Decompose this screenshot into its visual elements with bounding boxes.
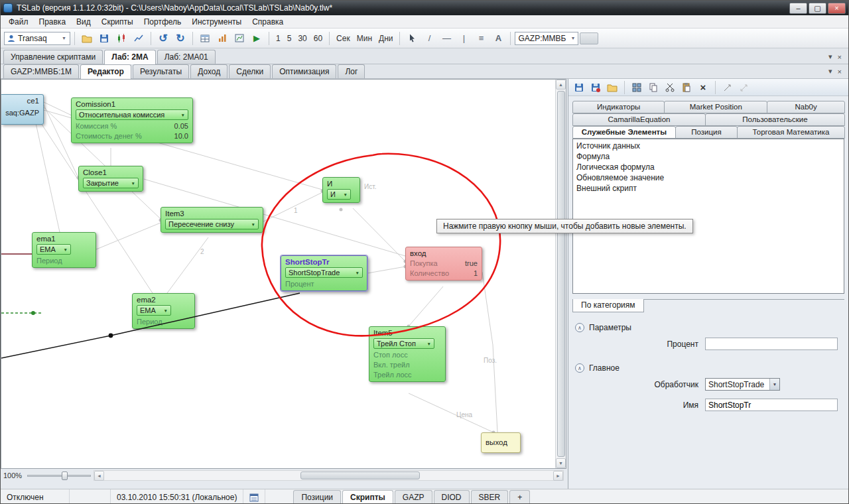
timeframe-60-button[interactable]: 60 xyxy=(311,34,325,43)
node-shortstoptr[interactable]: ShortStopTr ShortStopTrade ▼ Процент xyxy=(281,255,367,291)
list-item[interactable]: Формула xyxy=(574,151,842,162)
chevron-down-icon[interactable]: ▾ xyxy=(828,52,832,61)
list-item[interactable]: Обновляемое значение xyxy=(574,172,842,183)
status-tab-positions[interactable]: Позиции xyxy=(293,490,341,504)
status-tab-diod[interactable]: DIOD xyxy=(434,490,470,504)
status-tab-scripts[interactable]: Скрипты xyxy=(342,490,393,504)
tile-windows-button[interactable] xyxy=(629,80,644,95)
histogram-button[interactable] xyxy=(214,31,230,46)
unlink-tool-button[interactable] xyxy=(737,80,751,95)
unit-min-button[interactable]: Мин xyxy=(354,34,375,43)
menu-portfolio[interactable]: Портфель xyxy=(139,16,187,28)
close-button[interactable]: × xyxy=(828,3,846,14)
node-ema1[interactable]: ema1 EMA ▼ Период xyxy=(32,232,96,268)
unit-day-button[interactable]: Дни xyxy=(376,34,395,43)
timeframe-5-button[interactable]: 5 xyxy=(285,34,294,43)
handler-dropdown[interactable]: Пересечение снизу ▼ xyxy=(165,219,259,229)
list-item[interactable]: Внешний скрипт xyxy=(574,183,842,194)
handler-combo[interactable]: ShortStopTrade ▼ xyxy=(705,378,780,391)
tab-editor[interactable]: Редактор xyxy=(80,64,131,79)
hscroll-thumb[interactable] xyxy=(300,472,420,479)
tab-data-source[interactable]: GAZP:ММВБ:1М xyxy=(3,64,79,78)
handler-dropdown[interactable]: EMA ▼ xyxy=(36,244,71,255)
tab-nab0y[interactable]: Nab0y xyxy=(767,101,845,113)
menu-help[interactable]: Справка xyxy=(247,16,289,28)
undo-button[interactable]: ↺ xyxy=(155,31,171,46)
open-button[interactable] xyxy=(605,80,620,95)
vline-tool-button[interactable]: | xyxy=(456,31,472,46)
handler-dropdown[interactable]: И ▼ xyxy=(327,189,351,200)
handler-dropdown[interactable]: Трейл Стоп ▼ xyxy=(373,338,434,349)
list-item[interactable]: Логическая формула xyxy=(574,162,842,172)
node-exit[interactable]: выход xyxy=(481,432,521,453)
save-as-button[interactable] xyxy=(588,80,603,95)
zoom-slider-thumb[interactable] xyxy=(62,472,68,480)
menu-scripts[interactable]: Скрипты xyxy=(96,16,139,28)
open-script-button[interactable] xyxy=(79,31,95,46)
timeframe-30-button[interactable]: 30 xyxy=(295,34,309,43)
cut-button[interactable] xyxy=(663,80,677,95)
handler-dropdown[interactable]: EMA ▼ xyxy=(137,305,171,316)
tab-by-category[interactable]: По категориям xyxy=(572,299,644,312)
status-tab-sber[interactable]: SBER xyxy=(471,490,509,504)
collapse-icon[interactable]: ∧ xyxy=(575,323,584,332)
handler-dropdown[interactable]: ShortStopTrade ▼ xyxy=(285,267,363,278)
text-tool-button[interactable]: A xyxy=(490,31,506,46)
tab-market-position[interactable]: Market Position xyxy=(664,101,767,113)
instrument-combo[interactable]: GAZP:ММВБ ▼ xyxy=(515,32,578,45)
scroll-left-icon[interactable]: ◄ xyxy=(94,471,104,481)
script-canvas[interactable]: Ист. Поз. Цена 1 2 ce1 saq:GAZP Comissio… xyxy=(1,79,566,469)
tab-income[interactable]: Доход xyxy=(190,64,228,78)
node-close1[interactable]: Close1 Закрытие ▼ xyxy=(78,166,143,192)
vertical-scrollbar[interactable]: ▲ ▼ xyxy=(555,80,566,468)
node-item3[interactable]: Item3 Пересечение снизу ▼ xyxy=(161,207,263,233)
tab-lab-2ma[interactable]: Лаб: 2МА xyxy=(104,50,155,64)
tab-indicators[interactable]: Индикаторы xyxy=(572,101,665,113)
minimize-button[interactable]: – xyxy=(789,3,807,14)
calendar-icon[interactable] xyxy=(249,493,259,502)
blank-button[interactable] xyxy=(580,32,598,44)
tab-service-elements[interactable]: Служебные Элементы xyxy=(572,126,676,139)
node-ema2[interactable]: ema2 EMA ▼ Период xyxy=(132,293,195,329)
pointer-tool-button[interactable] xyxy=(404,31,420,46)
menu-file[interactable]: Файл xyxy=(3,16,34,28)
trendline-tool-button[interactable]: / xyxy=(421,31,437,46)
tab-log[interactable]: Лог xyxy=(338,64,365,78)
chart-window-button[interactable] xyxy=(231,31,247,46)
menu-view[interactable]: Вид xyxy=(71,16,96,28)
candle-chart-button[interactable] xyxy=(113,31,129,46)
chevron-down-icon[interactable]: ▾ xyxy=(828,67,832,76)
scroll-up-icon[interactable]: ▲ xyxy=(556,80,566,90)
handler-dropdown[interactable]: Закрытие ▼ xyxy=(83,178,139,188)
tab-position[interactable]: Позиция xyxy=(675,126,738,139)
save-button[interactable] xyxy=(572,80,586,95)
run-script-button[interactable]: ▶ xyxy=(249,31,265,46)
link-tool-button[interactable] xyxy=(720,80,735,95)
report-table-button[interactable] xyxy=(197,31,213,46)
delete-button[interactable]: × xyxy=(696,80,710,95)
paste-button[interactable] xyxy=(679,80,694,95)
menu-tools[interactable]: Инструменты xyxy=(186,16,247,28)
close-icon[interactable]: × xyxy=(838,68,842,76)
close-icon[interactable]: × xyxy=(838,53,842,61)
tab-trades[interactable]: Сделки xyxy=(229,64,271,78)
name-input[interactable] xyxy=(705,399,838,411)
save-button[interactable] xyxy=(96,31,112,46)
status-tab-add[interactable]: + xyxy=(509,490,530,504)
tab-trade-math[interactable]: Торговая Математика xyxy=(737,126,845,139)
tab-optimization[interactable]: Оптимизация xyxy=(272,64,336,78)
hline-tool-button[interactable]: — xyxy=(438,31,454,46)
scroll-right-icon[interactable]: ► xyxy=(553,471,563,481)
tab-script-management[interactable]: Управление скриптами xyxy=(3,50,103,64)
vscroll-thumb[interactable] xyxy=(557,91,565,457)
node-source[interactable]: ce1 saq:GAZP xyxy=(1,94,44,125)
levels-tool-button[interactable]: ≡ xyxy=(473,31,489,46)
zoom-slider[interactable] xyxy=(27,471,91,480)
percent-input[interactable] xyxy=(705,338,838,350)
maximize-button[interactable]: ▢ xyxy=(809,3,826,14)
list-item[interactable]: Источник данных xyxy=(574,141,842,151)
connection-combo[interactable]: Transaq ▼ xyxy=(4,32,70,45)
tab-results[interactable]: Результаты xyxy=(133,64,189,78)
node-item5[interactable]: Item5 Трейл Стоп ▼ Стоп лосс Вкл. трейл … xyxy=(369,326,446,382)
horizontal-scrollbar[interactable]: ◄ ► xyxy=(94,470,564,481)
